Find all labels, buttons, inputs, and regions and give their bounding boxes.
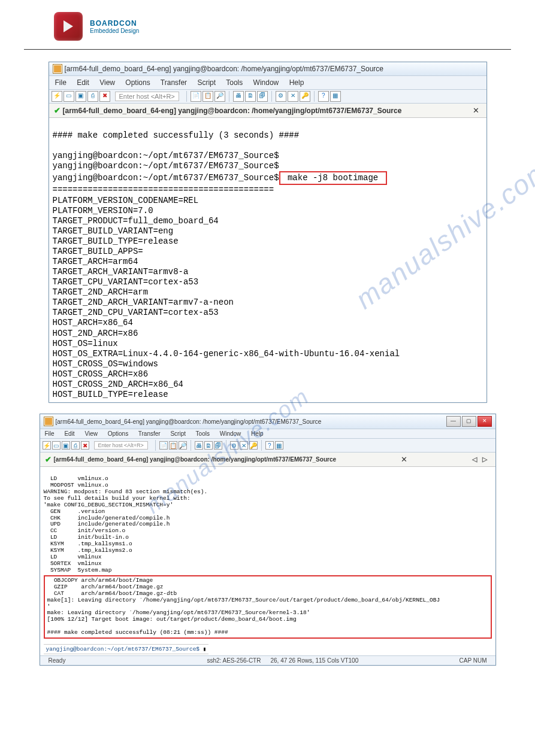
highlighted-output-box: OBJCOPY arch/arm64/boot/Image GZIP arch/… [44,575,492,639]
maximize-button[interactable]: ▢ [462,416,476,427]
tool-icon[interactable]: ⎙ [71,441,80,450]
menu-edit[interactable]: Edit [77,78,89,87]
window-title: [arm64-full_demo_board_64-eng] yangjing@… [56,418,322,425]
disconnect-icon[interactable]: ✖ [99,91,110,102]
tool-icon[interactable]: 🗎 [204,441,213,450]
nav-right-icon[interactable]: ▷ [482,456,487,463]
tool-icon[interactable]: ▣ [62,441,70,450]
tool-icon[interactable]: ▭ [64,91,74,102]
toolbar: ⚡ ▭ ▣ ⎙ ✖ Enter host <Alt+R> 📄 📋 🔎 🖶 🗎 🗐… [40,439,495,453]
tab-title: [arm64-full_demo_board_64-eng] yangjing@… [54,456,337,463]
menubar: File Edit View Options Transfer Script T… [40,429,495,439]
host-input[interactable]: Enter host <Alt+R> [115,92,179,101]
tool-icon[interactable]: ✕ [240,441,248,450]
close-tab-icon[interactable]: ✕ [470,106,482,115]
help-icon[interactable]: ? [265,441,274,450]
close-button[interactable]: ✕ [477,416,492,427]
tool-icon[interactable]: ⎙ [87,91,98,102]
menu-edit[interactable]: Edit [64,430,74,437]
tool-icon[interactable]: 🖶 [233,91,244,102]
menu-help[interactable]: Help [289,78,304,87]
check-icon: ✔ [54,106,61,115]
tool-icon[interactable]: ▭ [52,441,61,450]
menu-view[interactable]: View [84,430,98,437]
tool-icon[interactable]: 🗐 [214,441,222,450]
menu-tools[interactable]: Tools [226,78,243,87]
tool-icon[interactable]: 🗐 [257,91,268,102]
tool-icon[interactable]: ▦ [275,441,283,450]
tool-icon[interactable]: ⚙ [230,441,238,450]
window-titlebar[interactable]: [arm64-full_demo_board_64-eng] yangjing@… [49,62,486,76]
paste-icon[interactable]: 📋 [202,91,213,102]
status-position: 26, 47 26 Rows, 115 Cols VT100 [265,657,363,664]
help-icon[interactable]: ? [318,91,329,102]
copy-icon[interactable]: 📄 [191,91,201,102]
menu-options[interactable]: Options [125,78,150,87]
cursor: ▮ [203,646,207,652]
app-icon [44,417,53,426]
check-icon: ✔ [45,455,52,464]
app-icon [53,64,62,74]
menu-transfer[interactable]: Transfer [138,430,161,437]
close-tab-icon[interactable]: ✕ [398,455,410,464]
header-divider [24,49,511,50]
menu-window[interactable]: Window [253,78,279,87]
minimize-button[interactable]: — [446,416,461,427]
prompt: yangjing@boardcon:~/opt/mt6737/EM6737_So… [46,646,203,652]
key-icon[interactable]: 🔑 [300,91,310,102]
menubar: File Edit View Options Transfer Script T… [49,76,486,90]
tool-icon[interactable]: ✕ [288,91,298,102]
page-header: BOARDCON Embedded Design [0,0,535,45]
tool-icon[interactable]: 🗎 [245,91,256,102]
tool-icon[interactable]: ⚡ [43,441,51,450]
session-tab[interactable]: ✔ [arm64-full_demo_board_64-eng] yangjin… [49,104,486,118]
terminal-output[interactable]: LD vmlinux.o MODPOST vmlinux.o WARNING: … [40,467,495,655]
tool-icon[interactable]: ▦ [330,91,341,102]
terminal-window-2: [arm64-full_demo_board_64-eng] yangjing@… [40,414,496,666]
find-icon[interactable]: 🔎 [214,91,225,102]
menu-transfer[interactable]: Transfer [161,78,187,87]
highlighted-command: make -j8 bootimage [279,171,387,185]
nav-left-icon[interactable]: ◁ [472,456,477,463]
tool-icon[interactable]: ⚙ [276,91,286,102]
status-cap: CAP NUM [455,657,492,664]
menu-script[interactable]: Script [170,430,186,437]
find-icon[interactable]: 🔎 [179,441,187,450]
disconnect-icon[interactable]: ✖ [81,441,89,450]
session-tab[interactable]: ✔ [arm64-full_demo_board_64-eng] yangjin… [40,453,495,467]
menu-script[interactable]: Script [197,78,216,87]
menu-window[interactable]: Window [220,430,241,437]
logo-icon [54,12,83,41]
window-titlebar[interactable]: [arm64-full_demo_board_64-eng] yangjing@… [40,414,495,429]
host-input[interactable]: Enter host <Alt+R> [94,441,148,450]
paste-icon[interactable]: 📋 [169,441,177,450]
copy-icon[interactable]: 📄 [159,441,168,450]
menu-tools[interactable]: Tools [196,430,210,437]
status-ssh: ssh2: AES-256-CTR [202,657,265,664]
menu-file[interactable]: File [55,78,67,87]
key-icon[interactable]: 🔑 [249,441,258,450]
tool-icon[interactable]: ▣ [75,91,86,102]
brand-title: BOARDCON [90,19,139,28]
tool-icon[interactable]: ⚡ [52,91,62,102]
tab-title: [arm64-full_demo_board_64-eng] yangjing@… [63,107,402,115]
status-bar: Ready ssh2: AES-256-CTR 26, 47 26 Rows, … [40,655,495,665]
terminal-output[interactable]: #### make completed successfully (3 seco… [49,118,486,402]
tool-icon[interactable]: 🖶 [195,441,203,450]
menu-help[interactable]: Help [251,430,264,437]
window-title: [arm64-full_demo_board_64-eng] yangjing@… [65,65,384,73]
menu-options[interactable]: Options [108,430,128,437]
toolbar: ⚡ ▭ ▣ ⎙ ✖ Enter host <Alt+R> 📄 📋 🔎 🖶 🗎 🗐… [49,90,486,104]
brand-subtitle: Embedded Design [90,28,139,34]
menu-view[interactable]: View [99,78,115,87]
menu-file[interactable]: File [45,430,55,437]
status-ready: Ready [44,657,71,664]
terminal-window-1: [arm64-full_demo_board_64-eng] yangjing@… [49,62,487,403]
